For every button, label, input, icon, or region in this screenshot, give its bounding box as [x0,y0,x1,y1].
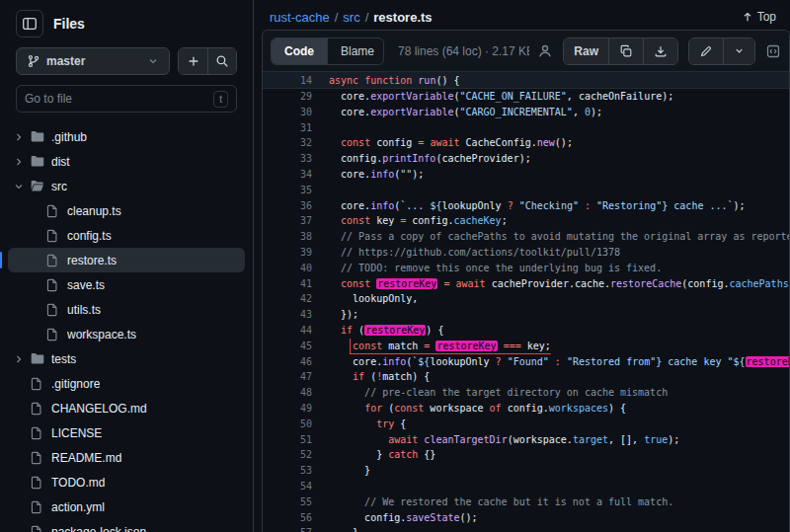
tree-item-label: cleanup.ts [67,204,121,218]
code-line: 34 core.info(""); [263,167,789,183]
line-number[interactable]: 54 [263,479,312,494]
code-text: if (restoreKey) { [312,323,443,339]
raw-button[interactable]: Raw [564,38,608,64]
file-sidebar: Files master t .githubdistsrccleanup.tsc… [0,0,254,532]
sidebar-header: Files [0,10,253,47]
code-text: core.exportVariable("CARGO_INCREMENTAL",… [312,105,602,120]
edit-button[interactable] [689,38,723,64]
line-number[interactable]: 33 [263,151,312,167]
code-line: 50 try { [263,417,789,432]
code-line: 31 [263,120,789,136]
tree-item-label: save.ts [67,278,105,292]
tree-item-dist[interactable]: dist [8,149,245,174]
line-number[interactable]: 40 [263,261,312,276]
back-to-top-link[interactable]: Top [742,10,776,24]
code-line: 52 } catch {} [263,447,789,463]
tree-item-cleanup.ts[interactable]: cleanup.ts [8,198,245,223]
search-match-highlight: restoreKey [376,278,437,289]
tree-item-tests[interactable]: tests [8,346,245,371]
line-number[interactable]: 49 [263,401,312,417]
code-line: 33 config.printInfo(cacheProvider); [263,151,789,167]
tree-item-label: workspace.ts [67,328,136,342]
tree-item-CHANGELOG.md[interactable]: CHANGELOG.md [8,396,245,420]
code-line: 29 core.exportVariable("CACHE_ON_FAILURE… [263,89,789,105]
tree-item-label: .github [51,130,87,144]
line-number[interactable]: 50 [263,417,312,432]
line-number[interactable]: 37 [263,213,312,229]
tree-item-workspace.ts[interactable]: workspace.ts [8,322,245,346]
line-number[interactable]: 45 [263,339,312,354]
breadcrumb-current: restore.ts [373,10,432,25]
tree-item-TODO.md[interactable]: TODO.md [8,470,245,494]
breadcrumb-link[interactable]: src [343,10,359,25]
search-button[interactable] [207,48,236,74]
tree-item-src[interactable]: src [8,174,245,198]
tree-item-utils.ts[interactable]: utils.ts [8,297,245,322]
line-number[interactable]: 38 [263,229,312,245]
line-number[interactable]: 47 [263,369,312,385]
tab-code[interactable]: Code [272,38,327,64]
line-number[interactable]: 46 [263,354,312,370]
side-panel-icon [22,16,38,32]
branch-selector[interactable]: master [16,47,170,75]
line-number[interactable]: 34 [263,167,312,183]
line-number[interactable]: 36 [263,198,312,214]
copy-icon [619,44,633,58]
code-text: } catch {} [312,447,435,463]
line-number[interactable]: 31 [263,120,312,136]
tree-item-save.ts[interactable]: save.ts [8,272,245,297]
add-file-button[interactable] [179,48,207,74]
tree-item-restore.ts[interactable]: restore.ts [8,248,245,272]
line-number[interactable]: 30 [263,105,312,120]
top-link-label: Top [757,10,776,24]
code-line: 43 }); [263,307,789,323]
line-number[interactable]: 29 [263,89,312,105]
file-icon [28,402,45,416]
line-number[interactable]: 51 [263,432,312,448]
go-to-file-field[interactable]: t [16,85,237,113]
tree-item-.github[interactable]: .github [8,124,245,149]
tree-item-.gitignore[interactable]: .gitignore [8,371,245,396]
line-number[interactable]: 55 [263,494,312,510]
folder-open-icon [28,179,45,193]
line-number[interactable]: 35 [263,183,312,198]
line-number[interactable]: 56 [263,510,312,526]
code-line: 57 } [263,525,789,532]
code-line: 35 [263,183,789,198]
tree-item-action.yml[interactable]: action.yml [8,494,245,519]
sidebar-title: Files [53,16,85,32]
chevron-down-icon [734,45,745,56]
line-number[interactable]: 39 [263,245,312,261]
copy-button[interactable] [608,38,643,64]
line-number[interactable]: 41 [263,276,312,292]
line-number[interactable]: 42 [263,291,312,307]
sidebar-action-group [178,47,237,75]
code-line: 39 // https://github.com/actions/toolkit… [263,245,789,261]
go-to-file-input[interactable] [25,92,207,106]
line-number[interactable]: 48 [263,385,312,401]
tree-item-config.ts[interactable]: config.ts [8,223,245,248]
file-icon [28,525,45,532]
line-number[interactable]: 43 [263,307,312,323]
line-number[interactable]: 52 [263,447,312,463]
tree-item-label: .gitignore [51,377,100,391]
breadcrumb-link[interactable]: rust-cache [270,10,330,25]
tree-item-README.md[interactable]: README.md [8,445,245,470]
tree-item-LICENSE[interactable]: LICENSE [8,420,245,445]
line-number[interactable]: 57 [263,525,312,532]
line-number[interactable]: 44 [263,323,312,339]
code-text: config.saveState(); [312,510,478,526]
code-line: 47 if (!match) { [263,369,789,385]
line-number[interactable]: 53 [263,463,312,479]
edit-dropdown-button[interactable] [723,38,754,64]
tab-blame[interactable]: Blame [327,38,384,64]
download-button[interactable] [643,38,677,64]
collapse-sidebar-button[interactable] [16,10,43,38]
code-text: if (!match) { [312,369,430,385]
symbols-panel-button[interactable] [765,43,781,59]
line-number[interactable]: 14 [263,72,312,88]
tree-item-package-lock.json[interactable]: package-lock.json [8,519,245,532]
contributors-button[interactable] [537,43,553,59]
line-number[interactable]: 32 [263,135,312,151]
file-header-row: rust-cache/src/restore.ts Top [254,0,790,30]
